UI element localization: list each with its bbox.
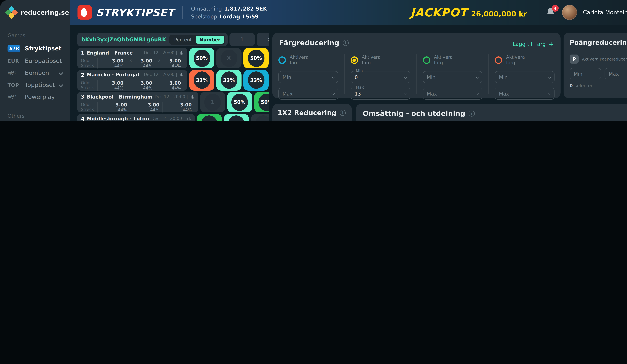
pick-cell-1[interactable]: 1 <box>200 92 225 112</box>
jackpot-label: JACKPOT <box>411 6 467 19</box>
color-max-select[interactable]: Max <box>495 88 555 100</box>
selected-count: 0selected <box>570 83 627 88</box>
odds-value: 3.00 <box>141 58 152 64</box>
sidebar-item-powerplay[interactable]: PCPowerplay <box>0 91 70 103</box>
color-max-select[interactable]: Max <box>423 88 482 100</box>
match-row: 2Marocko - PortugalDec 12 - 20:00 |OddsS… <box>77 70 269 91</box>
column-header-1[interactable]: 1 <box>229 33 255 46</box>
color-reduction-column: Aktivera färgMinMax <box>272 54 344 94</box>
site-name: reducering.se <box>21 9 69 16</box>
stats-bars-icon[interactable] <box>187 117 191 121</box>
pick-cell-x[interactable]: 50% <box>227 92 252 112</box>
info-icon[interactable]: i <box>343 40 349 46</box>
game-badge-icon: BC <box>7 69 21 76</box>
info-icon[interactable]: i <box>469 110 475 116</box>
poang-max-input[interactable]: Max <box>605 68 627 79</box>
p-badge[interactable]: P <box>570 54 578 64</box>
chevron-down-icon <box>59 71 63 75</box>
aktivera-farg-label: Aktivera färg <box>290 54 311 66</box>
avatar[interactable] <box>562 5 577 20</box>
color-max-select[interactable]: Max13 <box>351 88 410 100</box>
pick-cell-x[interactable]: 50% <box>224 114 249 122</box>
stats-bars-icon[interactable] <box>179 51 184 55</box>
toggle-number[interactable]: Number <box>196 36 224 44</box>
pick-cell-x[interactable]: 33% <box>216 70 242 91</box>
match-number: 4 <box>81 116 84 122</box>
fargreducering-panel: Färgreduceringi Lägg till färg+ Aktivera… <box>272 33 561 98</box>
color-radio[interactable] <box>278 56 286 64</box>
match-number: 1 <box>81 50 84 56</box>
color-min-select[interactable]: Min <box>278 71 338 83</box>
chevron-down-icon <box>331 75 335 79</box>
column-header-x[interactable]: X <box>257 33 269 46</box>
add-color-button[interactable]: Lägg till färg+ <box>513 40 554 48</box>
pick-cell-value: 50% <box>228 115 245 121</box>
omsattning-value: 1,817,282 SEK <box>224 5 267 11</box>
stats-bars-icon[interactable] <box>179 73 184 77</box>
pick-cell-value: 50% <box>194 49 210 67</box>
odds-label: Odds <box>81 80 98 85</box>
info-icon[interactable]: i <box>340 110 346 116</box>
streck-value: 44% <box>150 108 159 112</box>
pick-cell-value: 2 <box>255 115 269 121</box>
color-radio[interactable] <box>495 56 502 64</box>
streck-label: Streck <box>81 85 98 90</box>
poang-min-input[interactable]: Min <box>570 68 601 79</box>
match-info-card: 2Marocko - PortugalDec 12 - 20:00 |OddsS… <box>77 70 187 91</box>
game-badge-icon: TOP <box>7 82 21 88</box>
sign-sublabel: 2 <box>158 58 160 63</box>
omsattning-label: Omsättning <box>191 5 222 11</box>
streck-value: 44% <box>172 86 181 91</box>
toggle-percent[interactable]: Percent <box>170 36 196 44</box>
odds-value: 3.00 <box>148 102 159 108</box>
match-teams: Marocko - Portugal <box>87 72 142 78</box>
sidebar-item-topptipset[interactable]: TOPTopptipset <box>0 79 70 91</box>
notifications-button[interactable]: 4 <box>546 7 556 18</box>
game-badge-icon: EUR <box>7 57 21 64</box>
pick-cell-2[interactable]: 50% <box>254 92 269 112</box>
sign-sublabel: 1 <box>101 58 103 63</box>
sidebar-item-label: Bomben <box>25 69 56 76</box>
sidebar-item-stryktipset[interactable]: STRStryktipset <box>0 42 70 55</box>
odds-value: 3.00 <box>112 80 123 86</box>
reducering-logo[interactable]: reducering.se <box>0 0 70 25</box>
color-min-select[interactable]: Min0 <box>351 71 410 83</box>
sidebar-item-europatipset[interactable]: EUREuropatipset <box>0 55 70 67</box>
stats-bars-icon[interactable] <box>190 95 194 99</box>
color-reduction-column: Aktivera färgMinMax <box>488 54 561 94</box>
pick-cell-2[interactable]: 33% <box>243 70 269 91</box>
top-header: reducering.se STRYKTIPSET Omsättning1,81… <box>0 0 627 25</box>
product-name: STRYKTIPSET <box>96 7 174 18</box>
sidebar-item-bomben[interactable]: BCBomben <box>0 67 70 79</box>
user-name: Carlota Monteiro <box>583 9 627 16</box>
pick-cell-value: 33% <box>248 71 264 89</box>
pick-cell-2[interactable]: 2 <box>251 114 269 122</box>
streck-value: 44% <box>114 64 123 68</box>
chevron-down-icon <box>403 91 407 95</box>
match-info-card: 3Blackpool - BirminghamDec 12 - 20:00 |O… <box>77 92 198 112</box>
color-min-select[interactable]: Min <box>495 71 555 83</box>
color-radio[interactable] <box>423 56 430 64</box>
sidebar-item-label: Topptipset <box>25 82 56 88</box>
plus-icon: + <box>548 40 554 48</box>
pick-cell-1[interactable]: 33% <box>189 70 214 91</box>
pick-cell-1[interactable]: 50% <box>197 114 222 122</box>
match-info-card: 4Middlesbrough - LutonDec 12 - 20:00 |Od… <box>77 114 195 122</box>
pick-cell-1[interactable]: 50% <box>189 48 214 68</box>
chevron-down-icon <box>476 91 479 95</box>
color-min-select[interactable]: Min <box>423 71 482 83</box>
color-reduction-column: Aktivera färgMinMax <box>416 54 488 94</box>
sign-sublabel: X <box>129 58 132 63</box>
spelstopp-label: Spelstopp <box>191 13 217 19</box>
odds-value: 3.00 <box>115 102 127 108</box>
pick-cell-value: 50% <box>201 115 217 121</box>
game-badge-icon: PC <box>7 93 21 100</box>
match-datetime: Dec 12 - 20:00 | <box>155 94 188 99</box>
color-radio[interactable] <box>351 56 358 64</box>
odds-value: 3.00 <box>169 80 181 86</box>
pick-cell-2[interactable]: 50% <box>243 48 269 68</box>
color-max-select[interactable]: Max <box>278 88 338 100</box>
odds-value: 3.00 <box>169 58 181 64</box>
pick-cell-x[interactable]: X <box>216 48 242 68</box>
pick-cell-value: 1 <box>204 93 221 111</box>
